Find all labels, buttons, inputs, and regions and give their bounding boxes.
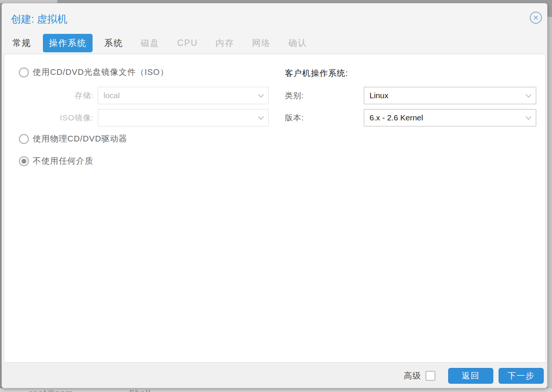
back-button[interactable]: 返回	[448, 368, 493, 384]
chevron-down-icon	[526, 91, 532, 97]
storage-dropdown-value: local	[103, 91, 259, 100]
guest-os-header: 客户机操作系统:	[285, 68, 348, 79]
os-type-dropdown[interactable]: Linux	[364, 87, 536, 104]
tab-network: 网络	[246, 34, 277, 52]
storage-row: 存储: local	[8, 87, 269, 104]
storage-dropdown: local	[98, 87, 269, 104]
background-mask-top	[0, 0, 552, 3]
iso-image-row: ISO镜像:	[8, 109, 269, 126]
os-version-dropdown[interactable]: 6.x - 2.6 Kernel	[364, 109, 536, 126]
iso-image-label: ISO镜像:	[8, 112, 98, 123]
create-vm-dialog: 创建: 虚拟机 × 常规 操作系统 系统 磁盘 CPU 内存 网络 确认 使用C…	[2, 3, 547, 388]
advanced-label: 高级	[404, 370, 421, 381]
radio-option-iso[interactable]: 使用CD/DVD光盘镜像文件（ISO）	[19, 67, 169, 78]
os-version-row: 版本: 6.x - 2.6 Kernel	[285, 109, 536, 126]
background-text-shell: Shell	[129, 388, 151, 392]
radio-physical-circle-icon[interactable]	[19, 134, 29, 144]
background-mask-bottom: root@pam Shell	[0, 388, 552, 392]
os-version-label: 版本:	[285, 112, 364, 123]
radio-option-physical[interactable]: 使用物理CD/DVD驱动器	[19, 133, 127, 144]
tab-disks: 磁盘	[135, 34, 166, 52]
radio-no-media-circle-icon[interactable]	[19, 156, 29, 166]
background-mask-top-light	[0, 0, 57, 3]
radio-no-media-label: 不使用任何介质	[33, 155, 93, 167]
background-mask-right	[547, 0, 552, 392]
dialog-footer: 高级 返回 下一步	[2, 363, 547, 388]
os-type-dropdown-value: Linux	[370, 91, 526, 100]
os-version-dropdown-value: 6.x - 2.6 Kernel	[370, 113, 526, 122]
chevron-down-icon	[258, 114, 264, 120]
next-button[interactable]: 下一步	[499, 368, 544, 384]
iso-image-dropdown	[98, 109, 269, 126]
tab-cpu: CPU	[171, 35, 204, 52]
os-type-row: 类别: Linux	[285, 87, 536, 104]
close-x-glyph: ×	[533, 13, 538, 22]
tab-system[interactable]: 系统	[98, 34, 129, 52]
radio-iso-circle-icon[interactable]	[19, 67, 29, 77]
background-mask-right-dark	[547, 0, 552, 17]
tab-memory: 内存	[210, 34, 240, 52]
close-icon[interactable]: ×	[530, 12, 542, 24]
radio-selected-dot	[21, 159, 26, 164]
radio-iso-label: 使用CD/DVD光盘镜像文件（ISO）	[33, 67, 169, 78]
tab-os[interactable]: 操作系统	[43, 34, 93, 52]
advanced-checkbox[interactable]	[426, 371, 435, 381]
radio-option-no-media[interactable]: 不使用任何介质	[19, 155, 93, 167]
dialog-title: 创建: 虚拟机	[11, 12, 67, 26]
tab-confirm: 确认	[283, 34, 313, 52]
chevron-down-icon	[526, 114, 532, 120]
os-tab-content-panel: 使用CD/DVD光盘镜像文件（ISO） 存储: local ISO镜像: 使用物…	[4, 54, 546, 363]
storage-label: 存储:	[8, 90, 98, 101]
wizard-tab-bar: 常规 操作系统 系统 磁盘 CPU 内存 网络 确认	[6, 34, 319, 52]
radio-physical-label: 使用物理CD/DVD驱动器	[33, 133, 127, 144]
os-type-label: 类别:	[285, 90, 364, 101]
tab-general[interactable]: 常规	[6, 34, 37, 52]
background-text-root-pam: root@pam	[29, 388, 73, 392]
chevron-down-icon	[258, 91, 264, 97]
